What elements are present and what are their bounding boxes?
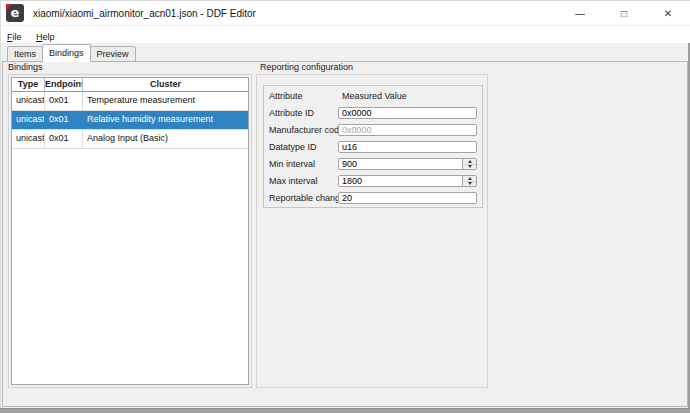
window-title: xiaomi/xiaomi_airmonitor_acn01.json - DD…: [33, 8, 256, 19]
field-input-wrap: [338, 124, 477, 136]
tab[interactable]: Bindings: [42, 44, 91, 62]
maximize-button[interactable]: □: [602, 1, 646, 27]
attribute-header-row: Attribute Measured Value: [269, 90, 477, 102]
reporting-form-frame: Attribute Measured Value Attribute ID: [263, 85, 483, 208]
arrow-up-icon: [468, 160, 472, 163]
field-input-wrap: [338, 107, 477, 119]
cell-type: unicast: [12, 111, 45, 129]
field-input-wrap: [338, 141, 477, 153]
binding-row[interactable]: unicast 0x01 Analog Input (Basic): [12, 130, 248, 149]
binding-row[interactable]: unicast 0x01 Temperature measurement: [12, 92, 248, 111]
spin-down-button[interactable]: [463, 164, 476, 170]
field-label: Max interval: [269, 176, 338, 186]
field-label: Attribute ID: [269, 108, 338, 118]
field-input[interactable]: [338, 175, 477, 187]
cell-cluster: Relative humidity measurement: [83, 111, 248, 129]
reporting-group: Attribute Measured Value Attribute ID: [256, 74, 488, 388]
field-label: Min interval: [269, 159, 338, 169]
field-label: Datatype ID: [269, 142, 338, 152]
field-input[interactable]: [338, 107, 477, 119]
arrow-down-icon: [468, 182, 472, 185]
bindings-group: Type Endpoint Cluster unicast 0x01 Tempe…: [8, 74, 252, 388]
attribute-value: Measured Value: [338, 91, 407, 101]
menu-item[interactable]: Help: [31, 29, 60, 45]
cell-cluster: Analog Input (Basic): [83, 130, 248, 148]
attribute-label: Attribute: [269, 91, 338, 101]
arrow-up-icon: [468, 177, 472, 180]
column-header-endpoint[interactable]: Endpoint: [45, 78, 83, 91]
ddf-editor-window: e xiaomi/xiaomi_airmonitor_acn01.json - …: [0, 0, 690, 413]
cell-endpoint: 0x01: [45, 111, 83, 129]
menu-item[interactable]: File: [2, 29, 27, 45]
close-button[interactable]: ✕: [646, 1, 690, 27]
field-input-wrap: [338, 192, 477, 204]
field-label: Reportable change: [269, 193, 338, 203]
spin-down-button[interactable]: [463, 181, 476, 187]
cell-endpoint: 0x01: [45, 92, 83, 110]
tab[interactable]: Items: [7, 46, 43, 62]
arrow-down-icon: [468, 165, 472, 168]
bindings-group-label: Bindings: [8, 62, 43, 73]
field-input[interactable]: [338, 158, 477, 170]
window-left-border: [0, 0, 1, 413]
form-field-row: Attribute ID: [269, 107, 477, 119]
spinner: [462, 176, 476, 186]
minimize-button[interactable]: —: [558, 1, 602, 27]
cell-type: unicast: [12, 130, 45, 148]
cell-type: unicast: [12, 92, 45, 110]
tab[interactable]: Preview: [90, 46, 136, 62]
field-input[interactable]: [338, 192, 477, 204]
app-icon-red-corner-icon: [6, 4, 12, 10]
spinner: [462, 159, 476, 169]
column-header-type[interactable]: Type: [12, 78, 45, 91]
table-header: Type Endpoint Cluster: [12, 78, 248, 92]
cell-endpoint: 0x01: [45, 130, 83, 148]
field-input-wrap: [338, 175, 477, 187]
app-icon: e: [6, 4, 24, 22]
binding-row[interactable]: unicast 0x01 Relative humidity measureme…: [12, 111, 248, 130]
bindings-table: Type Endpoint Cluster unicast 0x01 Tempe…: [11, 77, 249, 385]
column-header-cluster[interactable]: Cluster: [83, 78, 248, 91]
field-label: Manufacturer code: [269, 125, 338, 135]
menubar: File Help: [0, 26, 690, 43]
reporting-group-label: Reporting configuration: [260, 62, 353, 73]
cell-cluster: Temperature measurement: [83, 92, 248, 110]
form-field-row: Datatype ID: [269, 141, 477, 153]
form-field-row: Manufacturer code: [269, 124, 477, 136]
field-input[interactable]: [338, 124, 477, 136]
form-field-row: Min interval: [269, 158, 477, 170]
table-body: unicast 0x01 Temperature measurement uni…: [12, 92, 248, 149]
field-input-wrap: [338, 158, 477, 170]
field-input[interactable]: [338, 141, 477, 153]
form-field-row: Reportable change: [269, 192, 477, 204]
form-field-row: Max interval: [269, 175, 477, 187]
titlebar: e xiaomi/xiaomi_airmonitor_acn01.json - …: [0, 0, 690, 26]
window-bottom-border[interactable]: [0, 408, 690, 413]
window-controls: — □ ✕: [558, 1, 690, 27]
tab-bar: Items Bindings Preview: [7, 44, 135, 62]
